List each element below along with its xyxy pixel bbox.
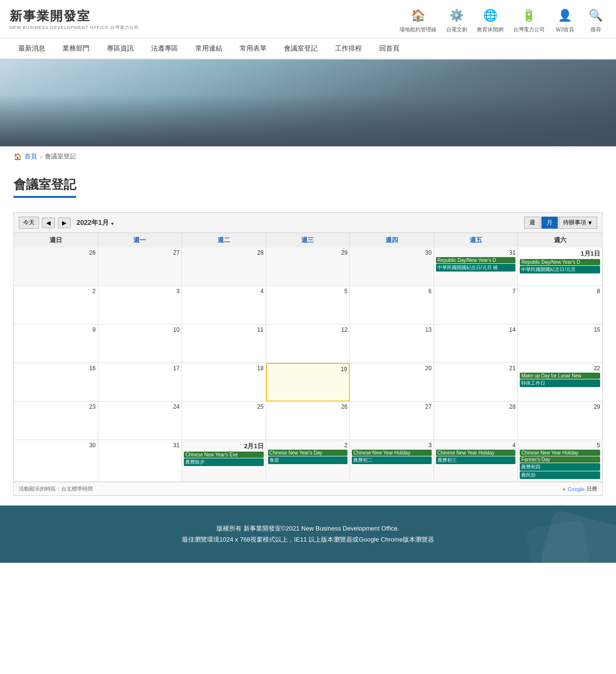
breadcrumb-home-link[interactable]: 首頁 (25, 152, 37, 161)
next-button[interactable]: ▶ (58, 218, 71, 228)
cal-date-19: 14 (436, 326, 516, 333)
month-view-button[interactable]: 月 (541, 217, 558, 229)
cal-cell-10[interactable]: 5 (266, 286, 350, 324)
cal-cell-21[interactable]: 16 (14, 363, 98, 402)
cal-event-6-1[interactable]: 中華民國開國紀念日/元旦 (520, 266, 600, 273)
pending-button[interactable]: 待辦事項 ▼ (559, 217, 597, 229)
cal-header-週一: 週一 (98, 233, 182, 247)
top-icon-w3[interactable]: 👤W3首頁 (554, 5, 576, 33)
cal-event-27-1[interactable]: 特殊工作日 (520, 379, 600, 387)
cal-event-41-3[interactable]: 農民節 (520, 471, 600, 479)
nav-item-回首頁[interactable]: 回首頁 (371, 39, 408, 59)
cal-date-14: 9 (16, 326, 96, 333)
cal-cell-3[interactable]: 29 (266, 247, 350, 286)
cal-event-41-1[interactable]: Farmer's Day (520, 456, 600, 463)
cal-event-5-0[interactable]: Republic Day/New Year's D (436, 257, 516, 263)
cal-date-33: 28 (436, 403, 516, 410)
prev-button[interactable]: ◀ (42, 218, 55, 228)
cal-header-週五: 週五 (434, 233, 518, 247)
cal-event-37-0[interactable]: Chinese New Year's Eve (184, 452, 264, 458)
cal-date-0: 26 (16, 249, 96, 256)
cal-cell-16[interactable]: 11 (182, 324, 266, 363)
cal-cell-37[interactable]: 2月1日Chinese New Year's Eve農曆除夕 (182, 440, 266, 482)
top-icon-document[interactable]: ⚙️台電文創 (446, 5, 467, 33)
top-icon-contract[interactable]: 🏠場地租約管理線 (399, 5, 436, 33)
cal-event-41-2[interactable]: 農曆初四 (520, 463, 600, 471)
nav-item-常用連結[interactable]: 常用連結 (187, 39, 231, 59)
cal-cell-38[interactable]: 2Chinese New Year's Day春節 (266, 440, 350, 482)
cal-event-27-0[interactable]: Make up Day for Lunar New (520, 373, 600, 379)
cal-cell-24[interactable]: 19 (266, 363, 350, 402)
calendar-grid: 262728293031Republic Day/New Year's D中華民… (14, 247, 602, 482)
cal-cell-35[interactable]: 30 (14, 440, 98, 482)
cal-cell-1[interactable]: 27 (98, 247, 182, 286)
week-view-button[interactable]: 週 (524, 217, 540, 229)
nav-item-工作排程[interactable]: 工作排程 (326, 39, 371, 59)
cal-cell-41[interactable]: 5Chinese New Year HolidayFarmer's Day農曆初… (518, 440, 602, 482)
top-icon-leisure[interactable]: 🌐教育休閒網 (477, 5, 503, 33)
google-text: Google (568, 486, 585, 492)
cal-cell-13[interactable]: 8 (518, 286, 602, 324)
nav-item-會議室登記[interactable]: 會議室登記 (275, 39, 326, 59)
cal-event-38-1[interactable]: 春節 (268, 456, 348, 464)
cal-cell-19[interactable]: 14 (434, 324, 518, 363)
cal-cell-2[interactable]: 28 (182, 247, 266, 286)
nav-item-常用表單[interactable]: 常用表單 (231, 39, 275, 59)
cal-cell-32[interactable]: 27 (350, 402, 434, 440)
cal-cell-30[interactable]: 25 (182, 402, 266, 440)
cal-cell-9[interactable]: 4 (182, 286, 266, 324)
cal-cell-39[interactable]: 3Chinese New Year Holiday農曆初二 (350, 440, 434, 482)
nav-item-業務部門[interactable]: 業務部門 (54, 39, 98, 59)
top-icon-taipower[interactable]: 🔋台灣電力公司 (513, 5, 545, 33)
google-calendar-link[interactable]: + Google 日曆 (563, 485, 597, 493)
month-label[interactable]: 2022年1月 (77, 219, 115, 227)
cal-cell-22[interactable]: 17 (98, 363, 182, 402)
cal-cell-7[interactable]: 2 (14, 286, 98, 324)
cal-cell-12[interactable]: 7 (434, 286, 518, 324)
cal-event-41-0[interactable]: Chinese New Year Holiday (520, 450, 600, 456)
cal-event-39-1[interactable]: 農曆初二 (352, 456, 432, 464)
cal-event-5-1[interactable]: 中華民國開國紀念日/元旦 補 (436, 264, 516, 272)
logo-title: 新事業開發室 (10, 8, 90, 25)
breadcrumb-separator: › (40, 153, 42, 160)
cal-cell-8[interactable]: 3 (98, 286, 182, 324)
cal-cell-11[interactable]: 6 (350, 286, 434, 324)
cal-cell-33[interactable]: 28 (434, 402, 518, 440)
nav-item-專區資訊[interactable]: 專區資訊 (98, 39, 142, 59)
cal-date-40: 4 (436, 442, 516, 449)
cal-cell-14[interactable]: 9 (14, 324, 98, 363)
nav-item-法遵專區[interactable]: 法遵專區 (142, 39, 187, 59)
cal-cell-23[interactable]: 18 (182, 363, 266, 402)
cal-event-6-0[interactable]: Republic Day/New Year's D (520, 259, 600, 265)
cal-cell-6[interactable]: 1月1日Republic Day/New Year's D中華民國開國紀念日/元… (518, 247, 602, 286)
cal-cell-0[interactable]: 26 (14, 247, 98, 286)
cal-cell-28[interactable]: 23 (14, 402, 98, 440)
cal-event-39-0[interactable]: Chinese New Year Holiday (352, 450, 432, 456)
cal-cell-25[interactable]: 20 (350, 363, 434, 402)
google-plus-icon: + (563, 486, 565, 492)
document-icon: ⚙️ (446, 5, 467, 26)
footer-line2: 最佳瀏覽環境1024 x 768視窗模式以上，IE11 以上版本瀏覽器或Goog… (10, 534, 606, 545)
cal-cell-20[interactable]: 15 (518, 324, 602, 363)
cal-event-37-1[interactable]: 農曆除夕 (184, 458, 264, 466)
cal-cell-36[interactable]: 31 (98, 440, 182, 482)
cal-cell-31[interactable]: 26 (266, 402, 350, 440)
today-button[interactable]: 今天 (19, 217, 39, 229)
cal-cell-5[interactable]: 31Republic Day/New Year's D中華民國開國紀念日/元旦 … (434, 247, 518, 286)
cal-cell-4[interactable]: 30 (350, 247, 434, 286)
cal-date-18: 13 (352, 326, 432, 333)
cal-event-40-0[interactable]: Chinese New Year Holiday (436, 450, 516, 456)
cal-cell-27[interactable]: 22Make up Day for Lunar New特殊工作日 (518, 363, 602, 402)
cal-date-10: 5 (268, 288, 348, 295)
cal-cell-29[interactable]: 24 (98, 402, 182, 440)
cal-cell-18[interactable]: 13 (350, 324, 434, 363)
cal-cell-26[interactable]: 21 (434, 363, 518, 402)
cal-event-38-0[interactable]: Chinese New Year's Day (268, 450, 348, 456)
cal-cell-34[interactable]: 29 (518, 402, 602, 440)
cal-cell-17[interactable]: 12 (266, 324, 350, 363)
cal-cell-40[interactable]: 4Chinese New Year Holiday農曆初三 (434, 440, 518, 482)
cal-event-40-1[interactable]: 農曆初三 (436, 456, 516, 464)
top-icon-search[interactable]: 🔍搜尋 (585, 5, 606, 33)
nav-item-最新消息[interactable]: 最新消息 (10, 39, 54, 59)
cal-cell-15[interactable]: 10 (98, 324, 182, 363)
